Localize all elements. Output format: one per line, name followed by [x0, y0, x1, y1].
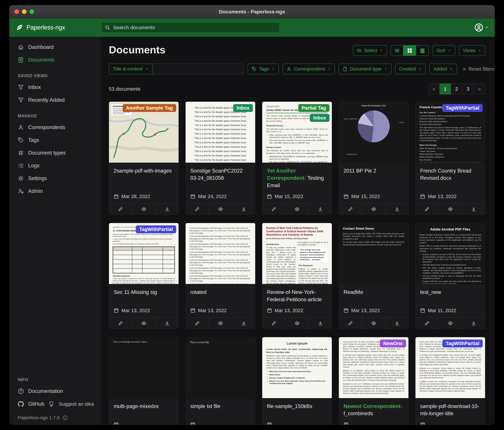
info-icon[interactable] [63, 415, 68, 420]
document-thumbnail[interactable]: Review of New York Federal Petitions for… [262, 223, 332, 284]
filter-button-created[interactable]: Created [395, 64, 426, 74]
document-title[interactable]: Yet Another Correspondent: Testing Email [267, 167, 327, 189]
sidebar-item-suggest-idea[interactable]: Suggest an idea [46, 398, 96, 410]
document-card[interactable]: is the text that appears on the first pa… [185, 223, 255, 329]
view-mode-list-button[interactable] [391, 45, 403, 56]
edit-document-button[interactable] [339, 204, 362, 215]
download-document-button[interactable] [232, 318, 255, 329]
edit-document-button[interactable] [186, 204, 208, 215]
document-card[interactable]: Contact Sheet DemoGiven a set of image f… [339, 223, 409, 329]
sidebar-item-admin[interactable]: Admin [9, 185, 101, 197]
download-document-button[interactable] [155, 318, 179, 329]
sidebar-item-dashboard[interactable]: Dashboard [9, 41, 101, 54]
download-document-button[interactable] [308, 204, 332, 215]
view-document-button[interactable] [285, 318, 308, 329]
document-card[interactable]: French Country BreadFor the Leaven:1 hea… [415, 102, 485, 215]
download-document-button[interactable] [232, 204, 255, 215]
pagination-next-button[interactable]: » [474, 84, 485, 94]
download-document-button[interactable] [385, 204, 408, 215]
document-thumbnail[interactable]: This is a test for the double space char… [186, 102, 255, 163]
view-document-button[interactable] [362, 204, 385, 215]
zoom-window-button[interactable] [29, 9, 34, 14]
title-content-input[interactable] [153, 64, 244, 74]
document-thumbnail[interactable]: Patient BP Distribution 2011NormalPrehyp… [339, 102, 408, 163]
document-thumbnail[interactable]: Application for Medical Staff Membership… [109, 223, 179, 284]
document-card[interactable]: This is a test for the double space char… [185, 102, 255, 215]
document-card[interactable]: Lorem ipsum dolor sit amet, consectetur … [415, 337, 485, 425]
view-document-button[interactable] [438, 318, 462, 329]
document-card[interactable]: This is a multi page document. Page 1. m… [109, 337, 179, 425]
document-thumbnail[interactable]: is the text that appears on the first pa… [186, 223, 255, 284]
search-input[interactable] [113, 25, 276, 30]
edit-document-button[interactable] [262, 204, 285, 215]
download-document-button[interactable] [385, 318, 408, 329]
view-mode-cards-button[interactable] [416, 45, 429, 56]
tag-badge-inbox[interactable]: Inbox [233, 104, 253, 112]
view-document-button[interactable] [285, 204, 308, 215]
download-document-button[interactable] [308, 318, 332, 329]
document-thumbnail[interactable]: Adobe Acrobat PDF FilesAdobe Portable Do… [415, 223, 485, 284]
views-button[interactable]: Views [459, 45, 485, 56]
tag-badge-tagwithpartial[interactable]: TagWithPartial [442, 104, 483, 112]
document-title[interactable]: Review-of-New-York-Federal-Petitions-art… [267, 289, 327, 303]
document-thumbnail[interactable]: Contact Sheet DemoGiven a set of image f… [339, 223, 408, 284]
tag-badge-newone[interactable]: NewOne [380, 339, 406, 347]
view-document-button[interactable] [362, 318, 385, 329]
pagination-page-3[interactable]: 3 [462, 84, 474, 94]
document-card[interactable]: Lorem ipsumLorem ipsum dolor sit amet, c… [262, 337, 332, 425]
document-title[interactable]: file-sample_150kBs [267, 403, 327, 410]
document-title[interactable]: French Country Bread Revised.docx [420, 167, 480, 182]
reset-filters-button[interactable]: Reset filters [462, 66, 494, 72]
edit-document-button[interactable] [109, 318, 132, 329]
pagination-page-2[interactable]: 2 [451, 84, 462, 94]
filter-button-document-type[interactable]: Document type [339, 64, 391, 74]
download-document-button[interactable] [155, 204, 179, 215]
edit-document-button[interactable] [109, 204, 132, 215]
document-thumbnail[interactable]: Release NotesSimba ODBC Driver for SQL S… [262, 102, 332, 163]
edit-document-button[interactable] [415, 204, 438, 215]
download-document-button[interactable] [462, 318, 485, 329]
sidebar-item-document-types[interactable]: Document types [9, 147, 101, 159]
minimize-window-button[interactable] [22, 9, 27, 14]
filter-button-tags[interactable]: Tags [248, 64, 279, 74]
view-document-button[interactable] [208, 204, 232, 215]
sidebar-item-documentation[interactable]: Documentation [9, 385, 101, 398]
document-thumbnail[interactable]: Lorem ipsum dolor sit amet, consectetur … [339, 337, 408, 398]
filter-button-added[interactable]: Added [429, 64, 457, 74]
brand[interactable]: Paperless-ngx [15, 24, 101, 31]
sidebar-item-logs[interactable]: Logs [9, 159, 101, 172]
sidebar-item-settings[interactable]: Settings [9, 172, 101, 185]
view-document-button[interactable] [132, 318, 155, 329]
sidebar-item-inbox[interactable]: Inbox [9, 81, 101, 94]
sidebar-item-documents[interactable]: Documents [9, 54, 101, 66]
close-window-button[interactable] [14, 9, 19, 14]
document-title[interactable]: sample-pdf-download-10-mb-longer-title [420, 403, 480, 417]
document-thumbnail[interactable]: French Country BreadFor the Leaven:1 hea… [415, 102, 485, 163]
sort-button[interactable]: Sort [432, 45, 455, 56]
edit-document-button[interactable] [339, 318, 362, 329]
tag-badge-tagwithpartial[interactable]: TagWithPartial [442, 339, 483, 347]
document-card[interactable]: Review of New York Federal Petitions for… [262, 223, 332, 329]
view-document-button[interactable] [132, 204, 155, 215]
document-correspondent[interactable]: Newest Correspondent: [343, 403, 402, 409]
document-title[interactable]: ReadMe [343, 289, 404, 296]
tag-badge-tagwithpartial[interactable]: TagWithPartial [136, 225, 176, 233]
document-card[interactable]: This is a test file. simple txt file [185, 337, 255, 425]
document-thumbnail[interactable]: Lorem ipsumLorem ipsum dolor sit amet, c… [262, 337, 332, 398]
tag-badge-inbox[interactable]: Inbox [310, 114, 329, 122]
document-card[interactable]: Another Sample Tag 2sample-pdf-with-imag… [109, 102, 179, 215]
document-title[interactable]: multi-page-mixedxx [114, 403, 174, 410]
sidebar-item-github[interactable]: GitHub [9, 398, 46, 410]
sidebar-item-correspondents[interactable]: Correspondents [9, 121, 101, 134]
document-title[interactable]: Newest Correspondent: f_combineds [343, 403, 404, 417]
pagination-prev-button[interactable]: « [428, 84, 440, 94]
document-thumbnail[interactable]: Lorem ipsum dolor sit amet, consectetur … [415, 337, 485, 398]
document-correspondent[interactable]: Yet Another Correspondent: [267, 168, 307, 181]
document-thumbnail[interactable]: This is a test file. [186, 337, 255, 398]
edit-document-button[interactable] [415, 318, 438, 329]
edit-document-button[interactable] [262, 318, 285, 329]
document-card[interactable]: Release NotesSimba ODBC Driver for SQL S… [262, 102, 332, 215]
user-menu[interactable] [475, 23, 489, 32]
view-mode-grid-button[interactable] [403, 45, 416, 56]
document-thumbnail[interactable]: Another Sample Tag [109, 102, 179, 163]
